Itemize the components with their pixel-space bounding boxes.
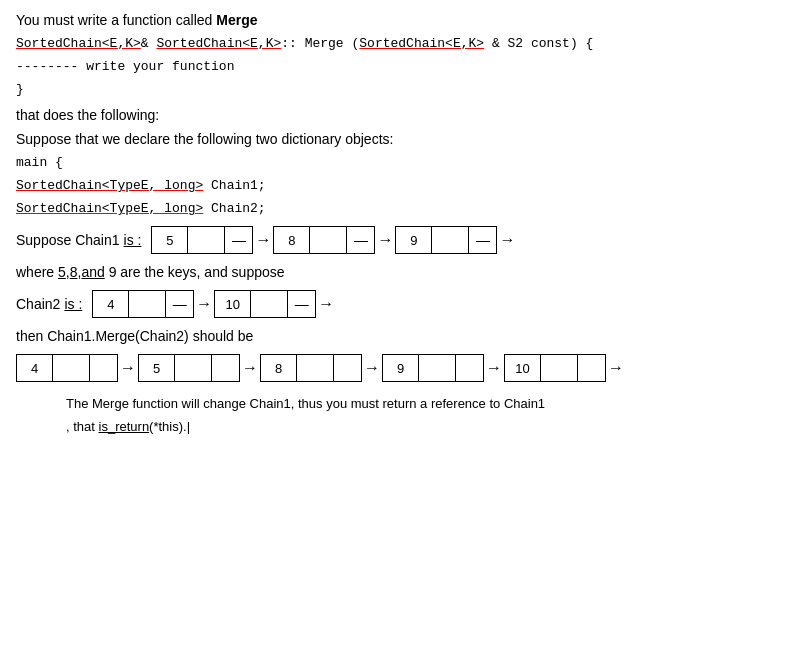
- result-node-5-val: [541, 355, 577, 381]
- sig-merge: :: Merge (: [281, 36, 359, 51]
- result-node-4-key: 9: [383, 355, 419, 381]
- chain1-node-1: 5 —: [151, 226, 253, 254]
- result-node-5-ptr: [577, 355, 605, 381]
- result-terminal-arrow: [606, 359, 626, 377]
- chain1-node-3-key: 9: [396, 227, 432, 253]
- result-node-4: 9: [382, 354, 484, 382]
- footnote-pre: , that: [66, 419, 99, 434]
- key-5: 5: [58, 264, 66, 280]
- chain2-label-link: is :: [64, 296, 82, 312]
- key-8: 8: [70, 264, 78, 280]
- result-node-5-key: 10: [505, 355, 541, 381]
- chain1-node-3-ptr: —: [468, 227, 496, 253]
- sig-amp: &: [141, 36, 157, 51]
- closing-brace: }: [16, 82, 790, 97]
- arrow-1-2: [253, 231, 273, 249]
- that-does-line: that does the following:: [16, 107, 790, 123]
- result-node-1-val: [53, 355, 89, 381]
- result-node-2-ptr: [211, 355, 239, 381]
- result-node-1-ptr: [89, 355, 117, 381]
- footnote-line2: , that is_return(*this).|: [66, 419, 790, 434]
- result-node-3-ptr: [333, 355, 361, 381]
- chain2-node-2-ptr: —: [287, 291, 315, 317]
- keys-text-section: where 5,8,and 9 are the keys, and suppos…: [16, 264, 790, 280]
- chain1-node-1-val: [188, 227, 224, 253]
- sig-rest: & S2 const) {: [484, 36, 593, 51]
- chain1-decl: SortedChain<TypeE, long> Chain1;: [16, 178, 790, 193]
- chain1-node-1-ptr: —: [224, 227, 252, 253]
- footnote-link: is_return: [99, 419, 150, 434]
- chain1-type: SortedChain<TypeE, long>: [16, 178, 203, 193]
- result-node-2: 5: [138, 354, 240, 382]
- chain2-decl: SortedChain<TypeE, long> Chain2;: [16, 201, 790, 216]
- chain1-node-1-key: 5: [152, 227, 188, 253]
- key-and: and: [81, 264, 104, 280]
- chain2-node-1-key: 4: [93, 291, 129, 317]
- result-node-4-val: [419, 355, 455, 381]
- result-node-2-val: [175, 355, 211, 381]
- chain1-node-3-val: [432, 227, 468, 253]
- result-node-2-key: 5: [139, 355, 175, 381]
- func-name: Merge: [216, 12, 257, 28]
- comment-line: -------- write your function: [16, 59, 790, 74]
- c2-arrow-1-2: [194, 295, 214, 313]
- chain2-node-2: 10 —: [214, 290, 316, 318]
- sorted-chain-ref2: SortedChain<E,K>: [156, 36, 281, 51]
- chain2-node-1: 4 —: [92, 290, 194, 318]
- chain2-var: Chain2;: [203, 201, 265, 216]
- result-node-3-key: 8: [261, 355, 297, 381]
- signature-line: SortedChain<E,K>& SortedChain<E,K>:: Mer…: [16, 36, 790, 51]
- result-node-4-ptr: [455, 355, 483, 381]
- sorted-chain-ref1: SortedChain<E,K>: [16, 36, 141, 51]
- footnote-post: (*this).|: [149, 419, 190, 434]
- chain2-section: Chain2 is : 4 — 10 —: [16, 290, 790, 318]
- chain2-node-1-val: [129, 291, 165, 317]
- chain1-section: Suppose Chain1 is : 5 — 8 — 9 —: [16, 226, 790, 254]
- sorted-chain-ref3: SortedChain<E,K>: [359, 36, 484, 51]
- intro-section: You must write a function called Merge S…: [16, 12, 790, 97]
- suppose-decl-line: Suppose that we declare the following tw…: [16, 131, 790, 147]
- merge-text: then Chain1.Merge(Chain2) should be: [16, 328, 790, 344]
- result-section: 4 5 8 9 10: [16, 354, 790, 382]
- r-arrow-4: [484, 359, 504, 377]
- description-section: that does the following: Suppose that we…: [16, 107, 790, 216]
- chain1-label-pre: Suppose Chain1: [16, 232, 120, 248]
- footnote-line1: The Merge function will change Chain1, t…: [66, 396, 790, 411]
- chain1-node-2-key: 8: [274, 227, 310, 253]
- chain2-node-2-key: 10: [215, 291, 251, 317]
- result-node-5: 10: [504, 354, 606, 382]
- result-node-3-val: [297, 355, 333, 381]
- chain2-node-1-ptr: —: [165, 291, 193, 317]
- chain2-node-2-val: [251, 291, 287, 317]
- intro-text: You must write a function called: [16, 12, 216, 28]
- arrow-2-3: [375, 231, 395, 249]
- chain2-terminal-arrow: [316, 295, 336, 313]
- r-arrow-2: [240, 359, 260, 377]
- chain1-node-2-ptr: —: [346, 227, 374, 253]
- result-node-1-key: 4: [17, 355, 53, 381]
- chain2-label-pre: Chain2: [16, 296, 60, 312]
- keys-text: where 5,8,and 9 are the keys, and suppos…: [16, 264, 790, 280]
- chain1-node-2: 8 —: [273, 226, 375, 254]
- r-arrow-1: [118, 359, 138, 377]
- footnote-section: The Merge function will change Chain1, t…: [16, 396, 790, 434]
- chain1-node-2-val: [310, 227, 346, 253]
- intro-line1: You must write a function called Merge: [16, 12, 790, 28]
- chain1-node-3: 9 —: [395, 226, 497, 254]
- chain2-type: SortedChain<TypeE, long>: [16, 201, 203, 216]
- r-arrow-3: [362, 359, 382, 377]
- chain1-var: Chain1;: [203, 178, 265, 193]
- result-node-1: 4: [16, 354, 118, 382]
- main-open: main {: [16, 155, 790, 170]
- chain1-terminal-arrow: [497, 231, 517, 249]
- result-chain: 4 5 8 9 10: [16, 354, 790, 382]
- merge-text-section: then Chain1.Merge(Chain2) should be: [16, 328, 790, 344]
- chain1-label-link: is :: [124, 232, 142, 248]
- result-node-3: 8: [260, 354, 362, 382]
